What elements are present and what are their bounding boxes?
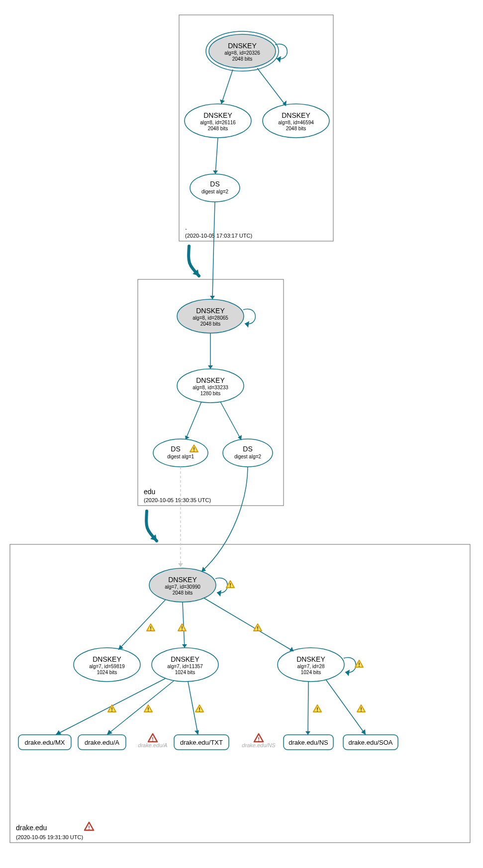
svg-marker-51 bbox=[217, 590, 221, 597]
edge-drake-ksk-selfloop bbox=[215, 578, 227, 593]
edge-edu-zsk-ds2 bbox=[220, 402, 241, 440]
node-rr-mx: drake.edu/MX bbox=[18, 735, 71, 750]
svg-text:!: ! bbox=[152, 736, 154, 742]
edge-root-ksk-zsk2 bbox=[257, 68, 286, 106]
svg-text:DS: DS bbox=[243, 445, 252, 453]
svg-text:!: ! bbox=[360, 706, 362, 712]
svg-marker-66 bbox=[345, 670, 350, 676]
node-edu-ds2: DS digest alg=2 bbox=[223, 439, 273, 467]
node-root-zsk1: DNSKEY alg=8, id=26116 2048 bits bbox=[185, 104, 251, 138]
warning-icon: ! bbox=[195, 705, 203, 712]
node-edu-ksk: DNSKEY alg=8, id=28065 2048 bits bbox=[177, 299, 244, 333]
svg-marker-31 bbox=[208, 365, 213, 369]
svg-text:DS: DS bbox=[210, 180, 219, 188]
svg-text:DNSKEY: DNSKEY bbox=[203, 111, 232, 119]
error-icon: ! bbox=[148, 734, 157, 742]
svg-point-16 bbox=[190, 174, 240, 202]
edge-eduds2-drakeksk bbox=[201, 467, 248, 572]
ghost-node-ns: drake.edu/NS bbox=[242, 742, 276, 748]
svg-text:DNSKEY: DNSKEY bbox=[228, 42, 257, 50]
svg-marker-41 bbox=[238, 435, 242, 440]
svg-text:!: ! bbox=[258, 736, 260, 742]
warning-icon: ! bbox=[254, 624, 262, 631]
svg-text:2048 bits: 2048 bits bbox=[200, 321, 221, 327]
warning-icon: ! bbox=[108, 705, 116, 712]
svg-marker-101 bbox=[305, 731, 310, 735]
svg-text:1024 bits: 1024 bits bbox=[97, 670, 117, 675]
svg-text:!: ! bbox=[88, 825, 90, 831]
svg-text:!: ! bbox=[147, 706, 149, 712]
svg-text:alg=8, id=28065: alg=8, id=28065 bbox=[193, 315, 228, 321]
svg-text:DNSKEY: DNSKEY bbox=[93, 655, 121, 663]
node-drake-ksk: DNSKEY alg=7, id=30990 2048 bits bbox=[149, 568, 216, 602]
svg-text:DNSKEY: DNSKEY bbox=[282, 111, 310, 119]
svg-marker-45 bbox=[178, 563, 183, 567]
warning-icon: ! bbox=[144, 705, 152, 712]
svg-text:!: ! bbox=[181, 625, 183, 631]
svg-text:DNSKEY: DNSKEY bbox=[196, 376, 225, 384]
svg-text:alg=8, id=33233: alg=8, id=33233 bbox=[193, 385, 228, 390]
svg-text:!: ! bbox=[316, 706, 318, 712]
node-root-zsk2: DNSKEY alg=8, id=46594 2048 bits bbox=[263, 104, 329, 138]
svg-marker-72 bbox=[182, 644, 187, 648]
svg-text:DNSKEY: DNSKEY bbox=[196, 307, 225, 315]
edge-root-ksk-zsk1 bbox=[221, 70, 233, 104]
error-icon: ! bbox=[85, 822, 94, 831]
svg-text:drake.edu/TXT: drake.edu/TXT bbox=[180, 739, 223, 746]
svg-marker-19 bbox=[213, 171, 218, 174]
svg-point-37 bbox=[223, 439, 273, 467]
svg-point-32 bbox=[153, 439, 208, 467]
svg-text:drake.edu/MX: drake.edu/MX bbox=[25, 739, 65, 746]
zone-box-drake bbox=[10, 544, 470, 843]
edge-drake-zsk3-selfloop bbox=[344, 658, 356, 673]
node-root-ds: DS digest alg=2 bbox=[190, 174, 240, 202]
edge-root-zsk1-ds bbox=[215, 138, 218, 174]
zone-edu-timestamp: (2020-10-05 19:30:35 UTC) bbox=[144, 497, 211, 503]
edge-edu-zsk-ds1 bbox=[186, 402, 201, 439]
svg-text:drake.edu/NS: drake.edu/NS bbox=[289, 739, 328, 746]
edge-edu-ksk-selfloop bbox=[243, 309, 255, 324]
svg-marker-26 bbox=[245, 321, 249, 328]
node-rr-ns: drake.edu/NS bbox=[284, 735, 333, 750]
node-drake-zsk2: DNSKEY alg=7, id=11357 1024 bits bbox=[152, 648, 218, 682]
svg-text:!: ! bbox=[257, 625, 259, 631]
node-root-ksk: DNSKEY alg=8, id=20326 2048 bits bbox=[206, 31, 279, 71]
node-drake-zsk3: DNSKEY alg=7, id=28 1024 bits bbox=[278, 648, 344, 682]
svg-text:alg=8, id=46594: alg=8, id=46594 bbox=[278, 120, 314, 125]
svg-text:2048 bits: 2048 bits bbox=[286, 126, 306, 131]
svg-text:alg=7, id=28: alg=7, id=28 bbox=[297, 664, 324, 669]
warning-icon: ! bbox=[178, 624, 186, 631]
svg-text:alg=7, id=30990: alg=7, id=30990 bbox=[165, 584, 200, 590]
node-rr-a: drake.edu/A bbox=[78, 735, 126, 750]
edge-ksk-zsk3 bbox=[204, 598, 293, 651]
edge-zsk2-a bbox=[107, 681, 174, 735]
svg-text:alg=8, id=20326: alg=8, id=20326 bbox=[224, 50, 260, 56]
svg-text:1280 bits: 1280 bits bbox=[200, 391, 221, 396]
svg-text:alg=8, id=26116: alg=8, id=26116 bbox=[200, 120, 236, 125]
svg-text:!: ! bbox=[111, 706, 113, 712]
svg-text:2048 bits: 2048 bits bbox=[173, 590, 193, 596]
edge-zsk3-ns bbox=[308, 682, 308, 735]
zone-root-label: . bbox=[185, 223, 187, 231]
svg-text:DNSKEY: DNSKEY bbox=[296, 655, 325, 663]
svg-text:drake.edu/A: drake.edu/A bbox=[85, 739, 119, 746]
node-drake-zsk1: DNSKEY alg=7, id=59819 1024 bits bbox=[74, 648, 140, 682]
warning-icon: ! bbox=[355, 660, 363, 668]
svg-text:1024 bits: 1024 bits bbox=[175, 670, 195, 675]
error-icon: ! bbox=[254, 734, 263, 742]
edge-zsk2-txt bbox=[188, 682, 198, 735]
svg-text:digest alg=2: digest alg=2 bbox=[234, 454, 262, 459]
zone-edu-label: edu bbox=[144, 488, 155, 496]
svg-text:2048 bits: 2048 bits bbox=[208, 126, 228, 131]
warning-icon: ! bbox=[313, 705, 321, 712]
svg-text:1024 bits: 1024 bits bbox=[301, 670, 321, 675]
svg-text:!: ! bbox=[358, 662, 360, 668]
svg-text:alg=7, id=59819: alg=7, id=59819 bbox=[89, 664, 125, 669]
zone-drake-label: drake.edu bbox=[16, 824, 47, 832]
svg-text:alg=7, id=11357: alg=7, id=11357 bbox=[167, 664, 203, 669]
svg-text:DS: DS bbox=[171, 445, 180, 453]
svg-text:drake.edu/SOA: drake.edu/SOA bbox=[349, 739, 393, 746]
node-edu-ds1: DS digest alg=1 bbox=[153, 439, 208, 467]
svg-text:DNSKEY: DNSKEY bbox=[168, 576, 197, 584]
warning-icon: ! bbox=[357, 705, 365, 712]
